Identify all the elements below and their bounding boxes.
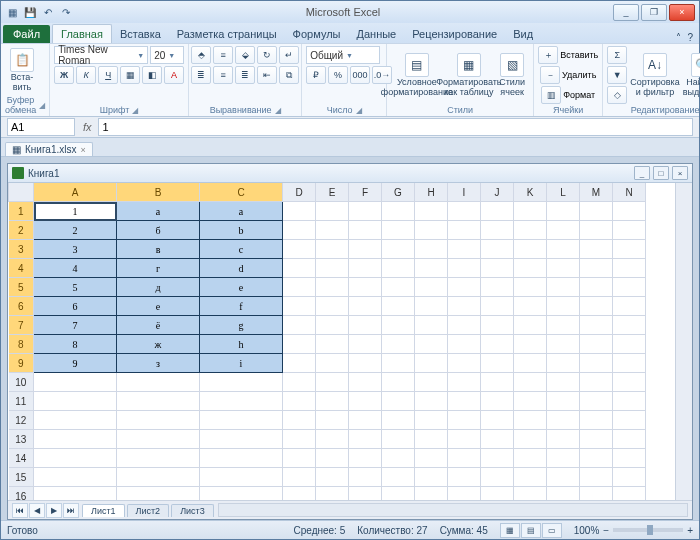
cell-L11[interactable] [547, 392, 580, 411]
delete-cells-button[interactable]: －Удалить [540, 66, 596, 84]
cell-B2[interactable]: б [117, 221, 200, 240]
page-break-view-button[interactable]: ▭ [542, 523, 562, 538]
cell-A9[interactable]: 9 [34, 354, 117, 373]
cell-A4[interactable]: 4 [34, 259, 117, 278]
cell-M12[interactable] [580, 411, 613, 430]
cell-A13[interactable] [34, 430, 117, 449]
cell-K4[interactable] [514, 259, 547, 278]
cell-C5[interactable]: e [200, 278, 283, 297]
percent-button[interactable]: % [328, 66, 348, 84]
row-header-6[interactable]: 6 [9, 297, 34, 316]
column-header-B[interactable]: B [117, 183, 200, 202]
comma-button[interactable]: 000 [350, 66, 370, 84]
cell-A10[interactable] [34, 373, 117, 392]
cell-A11[interactable] [34, 392, 117, 411]
cell-B13[interactable] [117, 430, 200, 449]
cell-K14[interactable] [514, 449, 547, 468]
cell-A5[interactable]: 5 [34, 278, 117, 297]
row-header-11[interactable]: 11 [9, 392, 34, 411]
cell-N15[interactable] [613, 468, 646, 487]
cell-G15[interactable] [382, 468, 415, 487]
cell-M5[interactable] [580, 278, 613, 297]
cell-B12[interactable] [117, 411, 200, 430]
cell-L14[interactable] [547, 449, 580, 468]
column-header-N[interactable]: N [613, 183, 646, 202]
cell-I2[interactable] [448, 221, 481, 240]
sort-filter-button[interactable]: A↓Сортировка и фильтр [630, 53, 679, 97]
cell-F14[interactable] [349, 449, 382, 468]
cell-G8[interactable] [382, 335, 415, 354]
cell-M7[interactable] [580, 316, 613, 335]
cell-A8[interactable]: 8 [34, 335, 117, 354]
fx-icon[interactable]: fx [77, 121, 98, 133]
cell-G9[interactable] [382, 354, 415, 373]
cell-N11[interactable] [613, 392, 646, 411]
cell-H11[interactable] [415, 392, 448, 411]
cell-D4[interactable] [283, 259, 316, 278]
column-header-G[interactable]: G [382, 183, 415, 202]
cell-A6[interactable]: 6 [34, 297, 117, 316]
cell-C16[interactable] [200, 487, 283, 501]
close-button[interactable]: × [669, 4, 695, 21]
cell-A16[interactable] [34, 487, 117, 501]
column-header-D[interactable]: D [283, 183, 316, 202]
cell-B9[interactable]: з [117, 354, 200, 373]
cell-I12[interactable] [448, 411, 481, 430]
cell-N5[interactable] [613, 278, 646, 297]
cell-H15[interactable] [415, 468, 448, 487]
decrease-indent-button[interactable]: ⇤ [257, 66, 277, 84]
cell-D7[interactable] [283, 316, 316, 335]
cell-F15[interactable] [349, 468, 382, 487]
cell-J5[interactable] [481, 278, 514, 297]
cell-I15[interactable] [448, 468, 481, 487]
cell-D12[interactable] [283, 411, 316, 430]
wb-close-button[interactable]: × [672, 166, 688, 180]
cell-C14[interactable] [200, 449, 283, 468]
cell-A15[interactable] [34, 468, 117, 487]
file-tab[interactable]: Файл [3, 25, 50, 43]
cell-J16[interactable] [481, 487, 514, 501]
cell-G7[interactable] [382, 316, 415, 335]
cell-D6[interactable] [283, 297, 316, 316]
cell-F12[interactable] [349, 411, 382, 430]
cell-D1[interactable] [283, 202, 316, 221]
cell-K16[interactable] [514, 487, 547, 501]
row-header-8[interactable]: 8 [9, 335, 34, 354]
find-select-button[interactable]: 🔍Найти и выделить [683, 53, 700, 97]
wb-maximize-button[interactable]: □ [653, 166, 669, 180]
cell-B8[interactable]: ж [117, 335, 200, 354]
cell-J1[interactable] [481, 202, 514, 221]
orientation-button[interactable]: ↻ [257, 46, 277, 64]
cell-N4[interactable] [613, 259, 646, 278]
cell-M2[interactable] [580, 221, 613, 240]
sheet-tab[interactable]: Лист2 [127, 504, 170, 517]
align-center-button[interactable]: ≡ [213, 66, 233, 84]
cell-E14[interactable] [316, 449, 349, 468]
cell-I10[interactable] [448, 373, 481, 392]
column-header-K[interactable]: K [514, 183, 547, 202]
ribbon-tab-вид[interactable]: Вид [505, 25, 541, 43]
cell-K2[interactable] [514, 221, 547, 240]
cell-K8[interactable] [514, 335, 547, 354]
cell-B5[interactable]: д [117, 278, 200, 297]
number-format-combo[interactable]: Общий▼ [306, 46, 380, 64]
cell-L6[interactable] [547, 297, 580, 316]
cell-L5[interactable] [547, 278, 580, 297]
cell-J4[interactable] [481, 259, 514, 278]
restore-button[interactable]: ❐ [641, 4, 667, 21]
clear-button[interactable]: ◇ [607, 86, 627, 104]
cell-G2[interactable] [382, 221, 415, 240]
cell-E10[interactable] [316, 373, 349, 392]
italic-button[interactable]: К [76, 66, 96, 84]
align-bottom-button[interactable]: ⬙ [235, 46, 255, 64]
formula-input[interactable]: 1 [98, 118, 693, 136]
cell-K12[interactable] [514, 411, 547, 430]
cell-N7[interactable] [613, 316, 646, 335]
cell-C3[interactable]: c [200, 240, 283, 259]
cell-E12[interactable] [316, 411, 349, 430]
cell-G10[interactable] [382, 373, 415, 392]
underline-button[interactable]: Ч [98, 66, 118, 84]
cell-H6[interactable] [415, 297, 448, 316]
cell-N6[interactable] [613, 297, 646, 316]
cell-K6[interactable] [514, 297, 547, 316]
